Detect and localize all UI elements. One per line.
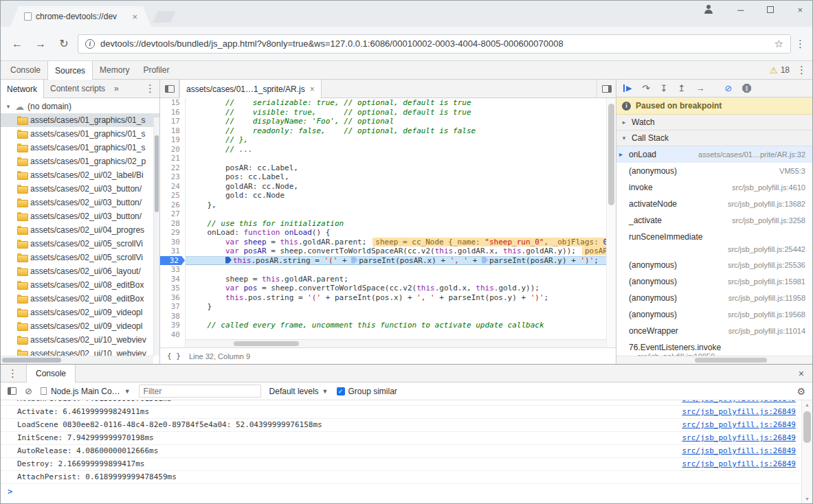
console-prompt[interactable]: >: [1, 484, 812, 499]
close-button[interactable]: ×: [797, 5, 803, 14]
line-number[interactable]: 34: [160, 275, 185, 284]
file-tree-item[interactable]: assets/cases/02_ui/05_scrollVi: [1, 251, 159, 264]
new-tab-button[interactable]: [153, 11, 176, 23]
file-tree-item[interactable]: assets/cases/02_ui/03_button/: [1, 196, 159, 209]
line-number[interactable]: 35: [160, 284, 185, 293]
tab-console[interactable]: Console: [3, 61, 47, 79]
code-line[interactable]: },: [186, 201, 616, 210]
step-icon[interactable]: →: [695, 84, 704, 93]
call-stack-frame[interactable]: invokesrc/jsb_polyfill.js:4610: [616, 179, 812, 196]
code-line[interactable]: // use this for initialization: [186, 219, 616, 229]
line-number[interactable]: 16: [160, 108, 185, 117]
tab-content-scripts[interactable]: Content scripts: [44, 80, 111, 98]
tab-profiler[interactable]: Profiler: [136, 61, 176, 79]
drawer-close-icon[interactable]: ×: [794, 365, 808, 382]
deactivate-breakpoints-icon[interactable]: ⊘: [724, 84, 732, 93]
tree-root-no-domain[interactable]: ▾ ☁ (no domain): [1, 100, 159, 113]
code-line[interactable]: onLoad: function onLoad() {: [186, 228, 616, 238]
inline-breakpoint-marker[interactable]: [225, 257, 232, 264]
line-number[interactable]: 27: [160, 209, 185, 219]
step-out-icon[interactable]: ↥: [678, 84, 685, 93]
source-link[interactable]: src/jsb_polyfill.js:26849: [682, 421, 796, 429]
code-area[interactable]: // serializable: true, // optional, defa…: [186, 98, 616, 347]
code-line[interactable]: [186, 330, 616, 340]
execution-context-selector[interactable]: Node.js Main Co… ▼: [41, 387, 131, 396]
line-number[interactable]: 25: [160, 191, 185, 201]
line-number[interactable]: 20: [160, 145, 185, 154]
bookmark-star-icon[interactable]: ☆: [775, 38, 783, 50]
scrollbar-thumb[interactable]: [608, 104, 614, 205]
drawer-tab-console[interactable]: Console: [26, 365, 76, 382]
code-line[interactable]: [186, 209, 616, 219]
line-number[interactable]: 30: [160, 238, 185, 247]
line-number[interactable]: 24: [160, 182, 185, 192]
console-sidebar-toggle-icon[interactable]: [8, 387, 16, 395]
line-number[interactable]: 19: [160, 135, 185, 145]
code-line[interactable]: [186, 312, 616, 321]
code-line[interactable]: pos: cc.Label,: [186, 172, 616, 182]
line-number[interactable]: 40: [160, 330, 185, 340]
code-line[interactable]: var sheep = this.goldAR.parent;sheep = c…: [186, 238, 616, 247]
group-similar-setting[interactable]: ✓ Group similar: [337, 387, 397, 396]
navigator-vertical-scrollbar[interactable]: [153, 117, 159, 356]
profile-icon[interactable]: [703, 4, 714, 15]
source-link[interactable]: src/jsb_polyfill.js:26849: [682, 408, 796, 416]
page-info-icon[interactable]: i: [85, 39, 95, 49]
file-tree-item[interactable]: assets/cases/02_ui/10_webviev: [1, 333, 159, 347]
navigator-menu-icon[interactable]: ⋮: [145, 80, 159, 98]
line-number[interactable]: 39: [160, 321, 185, 330]
maximize-button[interactable]: [767, 6, 774, 13]
code-line[interactable]: [186, 265, 616, 275]
warnings-badge[interactable]: ⚠ 18: [770, 65, 790, 76]
toggle-debugger-sidebar-button[interactable]: [597, 80, 616, 98]
file-tree-item[interactable]: assets/cases/01_graphics/01_s: [1, 141, 159, 154]
code-line[interactable]: this.posAR.string = '(' + parseInt(posAR…: [186, 256, 616, 266]
minimize-button[interactable]: ─: [737, 5, 744, 14]
back-icon[interactable]: ←: [8, 34, 27, 54]
navigator-horizontal-scrollbar[interactable]: [1, 356, 153, 364]
call-stack-frame[interactable]: (anonymous)VM55:3: [616, 163, 812, 179]
call-stack-frame[interactable]: _activatesrc/jsb_polyfill.js:3258: [616, 212, 812, 229]
source-link[interactable]: src/jsb_polyfill.js:26849: [682, 460, 796, 468]
tab-memory[interactable]: Memory: [93, 61, 136, 79]
expand-arrow-icon[interactable]: ▾: [5, 103, 12, 110]
source-link[interactable]: src/jsb_polyfill.js:26849: [682, 400, 796, 403]
file-tab[interactable]: assets/cases/01…1_sprite/AR.js ×: [179, 80, 322, 98]
call-stack-frame[interactable]: activateNodesrc/jsb_polyfill.js:13682: [616, 196, 812, 212]
scroll-up-arrow-icon[interactable]: ▲: [802, 402, 812, 407]
inline-breakpoint-marker[interactable]: [351, 257, 357, 264]
scrollbar-thumb[interactable]: [2, 358, 61, 363]
code-line[interactable]: posAR: cc.Label,: [186, 163, 616, 173]
call-stack-frame[interactable]: (anonymous)src/jsb_polyfill.js:11958: [616, 290, 812, 306]
tab-sources[interactable]: Sources: [47, 61, 93, 80]
line-number-gutter[interactable]: 1516171819202122232425262728293031323334…: [160, 98, 186, 347]
code-line[interactable]: // called every frame, uncomment this fu…: [186, 321, 616, 330]
editor-vertical-scrollbar[interactable]: [606, 98, 616, 347]
call-stack-frame[interactable]: onceWrappersrc/jsb_polyfill.js:11014: [616, 323, 812, 339]
code-line[interactable]: var posAR = sheep.convertToWorldSpaceAR(…: [186, 247, 616, 256]
code-line[interactable]: // visible: true, // optional, default i…: [186, 108, 616, 117]
line-number[interactable]: 28: [160, 219, 185, 229]
code-line[interactable]: this.pos.string = '(' + parseInt(pos.x) …: [186, 293, 616, 303]
browser-menu-icon[interactable]: ⋮: [795, 38, 805, 50]
file-tree-item[interactable]: assets/cases/01_graphics/02_p: [1, 154, 159, 168]
browser-tab[interactable]: chrome-devtools://dev ×: [10, 6, 151, 27]
line-number[interactable]: 23: [160, 172, 185, 182]
file-tree-item[interactable]: assets/cases/02_ui/03_button/: [1, 209, 159, 223]
console-filter-input[interactable]: [139, 385, 261, 398]
file-tree-item[interactable]: assets/cases/02_ui/08_editBox: [1, 292, 159, 306]
call-stack-frame[interactable]: runSceneImmediatesrc/jsb_polyfill.js:254…: [616, 229, 812, 257]
code-line[interactable]: // displayName: 'Foo', // optional: [186, 117, 616, 126]
file-tree-item[interactable]: assets/cases/02_ui/04_progres: [1, 223, 159, 237]
console-settings-gear-icon[interactable]: ⚙: [797, 386, 805, 397]
line-number[interactable]: 29: [160, 228, 185, 238]
code-line[interactable]: }: [186, 302, 616, 312]
line-number[interactable]: 33: [160, 265, 185, 275]
tab-close-icon[interactable]: ×: [132, 12, 137, 21]
resume-icon[interactable]: ▶: [623, 84, 632, 92]
forward-icon[interactable]: →: [31, 34, 50, 54]
line-number[interactable]: 36: [160, 293, 185, 303]
log-levels-selector[interactable]: Default levels ▼: [269, 387, 328, 396]
drawer-menu-icon[interactable]: ⋮: [5, 365, 21, 382]
clear-console-icon[interactable]: ⊘: [25, 387, 32, 396]
